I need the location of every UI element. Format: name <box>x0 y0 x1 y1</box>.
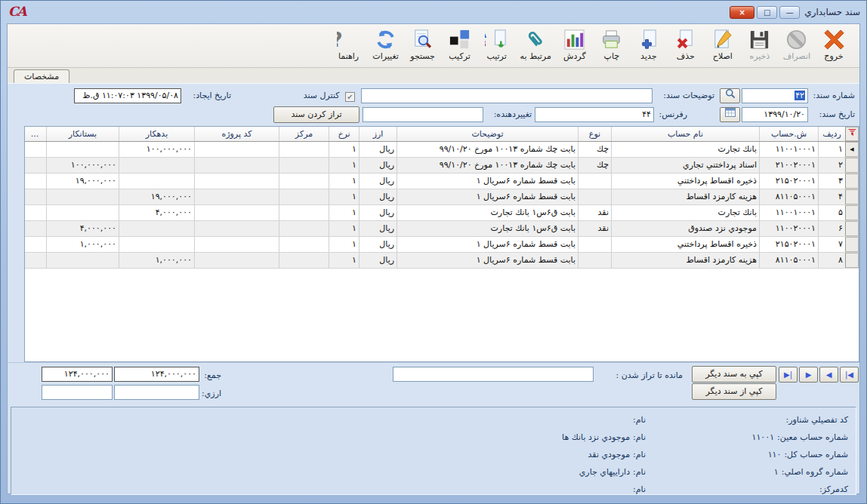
changes-button[interactable]: تغييرات <box>368 26 404 63</box>
cell-account-no[interactable]: ۲۱۵۰۲۰۰۰۱ <box>759 174 818 189</box>
cell-account-no[interactable]: ۲۱۵۰۲۰۰۰۱ <box>759 237 818 252</box>
cell-center[interactable] <box>279 142 329 157</box>
cell-center[interactable] <box>279 174 329 189</box>
cell-account-no[interactable]: ۲۱۰۰۲۰۰۰۱ <box>759 158 818 173</box>
cell-radif[interactable]: ۲ <box>818 158 845 173</box>
header-account-name[interactable]: نام حساب <box>611 127 759 141</box>
cell-center[interactable] <box>279 205 329 220</box>
cell-account-name[interactable]: موجودي نزد صندوق <box>611 221 759 236</box>
table-row[interactable]: ۷ ۲۱۵۰۲۰۰۰۱ ذخيره اقساط پرداختني بابت قس… <box>25 237 859 253</box>
cell-project-code[interactable] <box>194 189 279 204</box>
cell-type[interactable] <box>578 174 611 189</box>
table-row[interactable]: ◀ ۱ ۱۱۰۰۱۰۰۰۱ بانك تجارت چك بابت چك شمار… <box>25 142 859 158</box>
cell-type[interactable] <box>578 189 611 204</box>
table-row[interactable]: ۳ ۲۱۵۰۲۰۰۰۱ ذخيره اقساط پرداختني بابت قس… <box>25 174 859 189</box>
cell-account-name[interactable]: بانك تجارت <box>611 205 759 220</box>
cell-type[interactable]: نقد <box>578 205 611 220</box>
save-button[interactable]: ذخيره <box>742 26 778 63</box>
related-button[interactable]: مرتبط به <box>516 26 556 63</box>
minimize-button[interactable]: — <box>779 6 800 19</box>
cell-credit[interactable] <box>46 142 119 157</box>
cell-rate[interactable]: ۱ <box>329 205 359 220</box>
cell-currency[interactable]: ريال <box>359 189 396 204</box>
cell-description[interactable]: بابت قسط شماره ۶سريال ۱ <box>396 237 578 252</box>
cell-dots[interactable] <box>23 174 46 189</box>
cell-credit[interactable]: ۱,۰۰۰,۰۰۰ <box>46 237 119 252</box>
cell-project-code[interactable] <box>194 221 279 236</box>
cell-currency[interactable]: ريال <box>359 174 396 189</box>
header-credit[interactable]: بستانكار <box>46 127 119 141</box>
cell-account-no[interactable]: ۱۱۰۰۱۰۰۰۱ <box>759 205 818 220</box>
cell-center[interactable] <box>279 237 329 252</box>
cell-debit[interactable] <box>119 237 194 252</box>
doc-desc-input[interactable] <box>361 88 653 103</box>
cell-currency[interactable]: ريال <box>359 253 396 268</box>
cell-radif[interactable]: ۸ <box>818 253 845 268</box>
cell-currency[interactable]: ريال <box>359 205 396 220</box>
cell-center[interactable] <box>279 158 329 173</box>
close-button[interactable]: × <box>730 6 754 19</box>
tab-specifications[interactable]: مشخصات <box>14 69 69 83</box>
cell-project-code[interactable] <box>194 174 279 189</box>
cell-account-no[interactable]: ۸۱۱۰۵۰۰۰۱ <box>759 189 818 204</box>
header-debit[interactable]: بدهكار <box>119 127 194 141</box>
header-dots[interactable]: ... <box>23 127 46 141</box>
header-project-code[interactable]: كد پروژه <box>194 127 279 141</box>
exit-button[interactable]: خروج <box>816 26 852 63</box>
cell-dots[interactable] <box>23 221 46 236</box>
cancel-button[interactable]: انصراف <box>779 26 815 63</box>
cell-debit[interactable]: ۴,۰۰۰,۰۰۰ <box>119 205 194 220</box>
cell-dots[interactable] <box>23 158 46 173</box>
nav-next-button[interactable]: ▶ <box>799 367 818 383</box>
turnover-button[interactable]: گردش <box>557 26 593 63</box>
cell-description[interactable]: بابت قسط شماره ۶سريال ۱ <box>396 174 578 189</box>
cell-dots[interactable] <box>23 142 46 157</box>
nav-first-button[interactable]: |◀ <box>840 367 859 383</box>
doc-date-input[interactable]: ۱۳۹۹/۱۰/۲۰ <box>742 107 808 122</box>
maximize-button[interactable]: □ <box>757 6 777 19</box>
cell-center[interactable] <box>279 253 329 268</box>
cell-center[interactable] <box>279 221 329 236</box>
cell-rate[interactable]: ۱ <box>329 253 359 268</box>
cell-account-no[interactable]: ۸۱۱۰۵۰۰۰۱ <box>759 253 818 268</box>
doc-number-input[interactable]: ۴۲ <box>742 88 808 103</box>
print-button[interactable]: چاپ <box>594 26 630 63</box>
cell-currency[interactable]: ريال <box>359 142 396 157</box>
cell-currency[interactable]: ريال <box>359 158 396 173</box>
cell-project-code[interactable] <box>194 158 279 173</box>
cell-credit[interactable]: ۱۹,۰۰۰,۰۰۰ <box>46 174 119 189</box>
cell-currency[interactable]: ريال <box>359 221 396 236</box>
cell-debit[interactable]: ۱۰۰,۰۰۰,۰۰۰ <box>119 142 194 157</box>
header-center[interactable]: مركز <box>279 127 329 141</box>
header-account-no[interactable]: ش.حساب <box>759 127 818 141</box>
cell-debit[interactable]: ۱۹,۰۰۰,۰۰۰ <box>119 189 194 204</box>
cell-dots[interactable] <box>23 237 46 252</box>
delete-button[interactable]: حذف <box>668 26 704 63</box>
reference-input[interactable]: ۴۴ <box>535 107 654 122</box>
cell-radif[interactable]: ۵ <box>818 205 845 220</box>
cell-rate[interactable]: ۱ <box>329 174 359 189</box>
table-row[interactable]: ۶ ۱۱۰۰۲۰۰۰۱ موجودي نزد صندوق نقد بابت ق۶… <box>25 221 859 237</box>
cell-currency[interactable]: ريال <box>359 237 396 252</box>
cell-radif[interactable]: ۴ <box>818 189 845 204</box>
table-row[interactable]: ۴ ۸۱۱۰۵۰۰۰۱ هزينه كارمزد اقساط بابت قسط … <box>25 189 859 205</box>
header-radif[interactable]: رديف <box>818 127 845 141</box>
cell-center[interactable] <box>279 189 329 204</box>
cell-debit[interactable] <box>119 221 194 236</box>
cell-account-name[interactable]: اسناد پرداختني تجاري <box>611 158 759 173</box>
cell-rate[interactable]: ۱ <box>329 221 359 236</box>
cell-radif[interactable]: ۳ <box>818 174 845 189</box>
cell-project-code[interactable] <box>194 253 279 268</box>
header-rate[interactable]: نرخ <box>329 127 359 141</box>
cell-credit[interactable] <box>46 253 119 268</box>
cell-debit[interactable]: ۱,۰۰۰,۰۰۰ <box>119 253 194 268</box>
nav-prev-button[interactable]: ◀ <box>819 367 838 383</box>
doc-number-search-button[interactable] <box>720 88 740 103</box>
cell-description[interactable]: بابت ق۶س۱ بانك تجارت <box>396 221 578 236</box>
cell-account-no[interactable]: ۱۱۰۰۲۰۰۰۱ <box>759 221 818 236</box>
grid-filter-corner[interactable] <box>845 127 859 141</box>
header-type[interactable]: نوع <box>578 127 611 141</box>
cell-description[interactable]: بابت قسط شماره ۶سريال ۱ <box>396 189 578 204</box>
cell-account-name[interactable]: بانك تجارت <box>611 142 759 157</box>
cell-account-name[interactable]: ذخيره اقساط پرداختني <box>611 174 759 189</box>
